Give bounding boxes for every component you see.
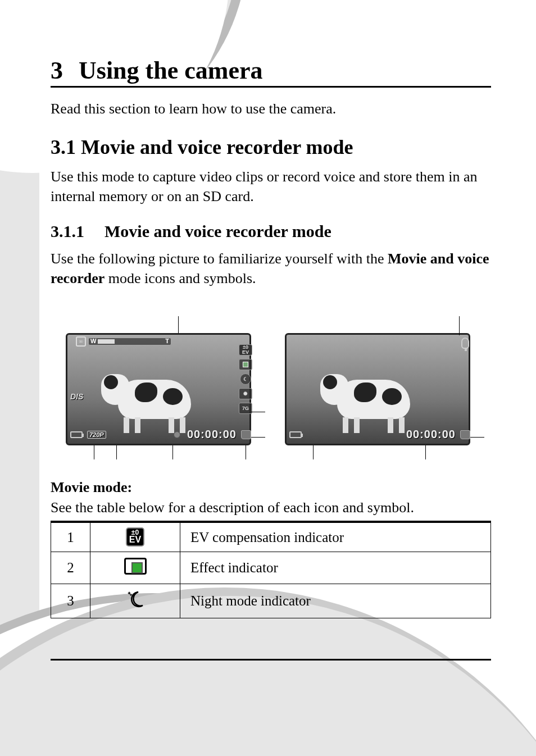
record-time: 00:00:00 [406, 428, 456, 441]
focus-infinity-icon: ∞ [76, 336, 86, 347]
night-mode-indicator-icon [126, 590, 145, 609]
dis-label: DIS [70, 392, 83, 401]
chapter-heading: 3Using the camera [51, 56, 491, 88]
subsection-heading: 3.1.1Movie and voice recorder mode [51, 222, 491, 241]
row-icon [90, 584, 180, 618]
movie-mode-heading: Movie mode: [51, 479, 491, 496]
voice-mode-figure: 00:00:00 [279, 316, 482, 457]
subsection-number: 3.1.1 [51, 222, 84, 240]
row-icon [90, 552, 180, 584]
section-heading: 3.1 Movie and voice recorder mode [51, 135, 491, 159]
row-icon: ±0 EV [90, 522, 180, 552]
row-description: Night mode indicator [180, 584, 491, 618]
table-row: 3 Night mode indicator [51, 584, 491, 618]
icon-table: 1 ±0 EV EV compensation indicator 2 Effe… [51, 521, 491, 618]
figures-row: ∞ ±0EV ☾ ✺ 7G DIS 720P 00:00:00 [51, 316, 491, 457]
sd-card-icon [241, 430, 251, 439]
battery-icon [289, 431, 302, 438]
zoom-bar [88, 338, 171, 345]
white-balance-icon: ✺ [239, 388, 252, 399]
table-row: 2 Effect indicator [51, 552, 491, 584]
section-number: 3.1 [51, 136, 76, 158]
subsection-body-post: mode icons and symbols. [105, 270, 256, 286]
table-row: 1 ±0 EV EV compensation indicator [51, 522, 491, 552]
chapter-number: 3 [51, 57, 63, 84]
row-number: 2 [51, 552, 90, 584]
record-time: 00:00:00 [187, 428, 237, 441]
sample-image-cow [320, 363, 427, 430]
movie-mode-figure: ∞ ±0EV ☾ ✺ 7G DIS 720P 00:00:00 [60, 316, 262, 457]
subsection-title: Movie and voice recorder mode [105, 222, 331, 240]
microphone-icon [461, 338, 469, 349]
row-description: Effect indicator [180, 552, 491, 584]
subsection-body: Use the following picture to familiarize… [51, 249, 491, 288]
row-number: 3 [51, 584, 90, 618]
sample-image-cow [101, 363, 208, 430]
battery-icon [70, 431, 83, 438]
osd-right-icons: ±0EV ☾ ✺ 7G [239, 344, 252, 414]
effect-indicator-icon [124, 558, 147, 575]
chapter-intro: Read this section to learn how to use th… [51, 99, 491, 119]
osd-bottom-row: 00:00:00 [289, 428, 470, 441]
night-mode-icon: ☾ [240, 374, 251, 385]
section-body: Use this mode to capture video clips or … [51, 167, 491, 206]
effect-icon [239, 359, 252, 370]
quality-icon: 7G [239, 403, 252, 414]
osd-zoom-bar: ∞ [76, 336, 171, 347]
record-dot-icon [174, 431, 180, 438]
ev-compensation-icon: ±0 EV [127, 529, 143, 545]
chapter-title: Using the camera [79, 57, 263, 84]
svg-point-0 [130, 594, 131, 596]
row-number: 1 [51, 522, 90, 552]
osd-bottom-row: 720P 00:00:00 [70, 428, 251, 441]
table-intro: See the table below for a description of… [51, 499, 491, 516]
subsection-body-pre: Use the following picture to familiarize… [51, 251, 388, 267]
sd-card-icon [460, 430, 470, 439]
footer-rule [51, 659, 491, 661]
ev-icon: ±0EV [239, 344, 252, 356]
section-title: Movie and voice recorder mode [81, 136, 353, 158]
resolution-badge: 720P [87, 431, 106, 439]
ev-icon-bottom: EV [129, 535, 141, 544]
row-description: EV compensation indicator [180, 522, 491, 552]
